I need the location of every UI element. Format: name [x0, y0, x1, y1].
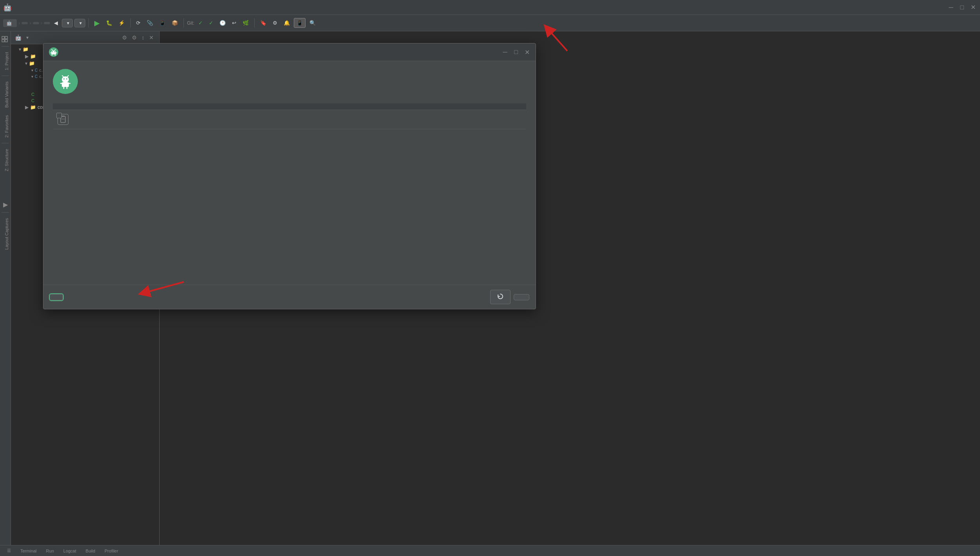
menu-analyze[interactable]: [51, 6, 57, 9]
device-type-icon: [58, 114, 68, 125]
java-folder-icon: 📁: [29, 61, 35, 66]
refresh-btn[interactable]: [490, 290, 511, 304]
menu-view[interactable]: [30, 6, 36, 9]
dialog-maximize-btn[interactable]: □: [512, 48, 520, 56]
menu-build[interactable]: [65, 6, 71, 9]
bottom-tab-run[interactable]: Run: [42, 547, 58, 555]
run-btn[interactable]: ▶: [92, 17, 102, 29]
table-header: [53, 103, 526, 110]
toolbar-separator-3: [183, 18, 184, 28]
svg-point-5: [52, 51, 53, 52]
panel-sync-btn[interactable]: ↕: [140, 34, 146, 42]
left-sidebar: 1: Project Build Variants 2: Favorites Z…: [0, 31, 11, 556]
sdk-dropdown[interactable]: ▾: [74, 19, 85, 27]
dialog-window-buttons: ─ □ ✕: [501, 48, 531, 56]
project-panel-header: 🤖 ▾ ⚙ ⚙ ↕ ✕: [11, 31, 159, 44]
teamwork-activity-icon: C: [31, 98, 34, 103]
settings-btn[interactable]: ⚙: [270, 18, 280, 27]
notifications-btn[interactable]: 🔔: [281, 18, 292, 27]
panel-close-btn[interactable]: ✕: [147, 34, 155, 42]
dialog-close-btn[interactable]: ✕: [523, 48, 531, 56]
avd-manager-dialog: ─ □ ✕: [43, 43, 536, 309]
app-icon: 🤖: [3, 3, 12, 12]
menu-file[interactable]: [16, 6, 22, 9]
create-virtual-device-btn[interactable]: [50, 294, 63, 300]
menu-help[interactable]: [100, 6, 106, 9]
avd-footer: [43, 285, 536, 309]
bottom-tab-logcat[interactable]: Logcat: [59, 547, 80, 555]
menu-code[interactable]: [44, 6, 50, 9]
sidebar-tab-build-variants[interactable]: Build Variants: [0, 78, 11, 111]
sync-btn[interactable]: ⟳: [134, 18, 143, 27]
menu-window[interactable]: [93, 6, 99, 9]
sidebar-divider-2: [2, 76, 9, 76]
git-commit-btn[interactable]: ✓: [196, 18, 205, 27]
resource-manager-tab-icon[interactable]: [0, 34, 9, 44]
java-c2-arrow: ▾: [31, 74, 33, 79]
bottom-tab-1[interactable]: ☰: [3, 547, 15, 555]
bottom-tabs-bar: ☰ Terminal Run Logcat Build Profiler: [0, 545, 980, 556]
sidebar-tab-project[interactable]: 1: Project: [0, 49, 11, 73]
menu-run[interactable]: [72, 6, 78, 9]
svg-point-8: [62, 76, 69, 83]
git-update-btn[interactable]: 🕐: [217, 18, 228, 27]
table-row: ▶ ✏ ▾: [53, 110, 526, 129]
toolbar-separator-2: [130, 18, 131, 28]
avd-manager-btn[interactable]: 📱: [157, 18, 168, 27]
profile-btn[interactable]: ⚡: [116, 18, 127, 27]
bottom-tab-profiler[interactable]: Profiler: [101, 547, 122, 555]
device-manager-toolbar-btn[interactable]: 📱: [294, 18, 306, 28]
dialog-titlebar: ─ □ ✕: [43, 43, 536, 61]
help-btn[interactable]: [514, 294, 529, 300]
svg-point-10: [66, 78, 67, 79]
window-controls: ─ □ ✕: [947, 4, 977, 11]
attach-btn[interactable]: 📎: [144, 18, 155, 27]
svg-point-9: [63, 78, 65, 79]
module-selector[interactable]: [22, 22, 28, 24]
bottom-tab-terminal[interactable]: Terminal: [16, 547, 41, 555]
minimize-window-btn[interactable]: ─: [947, 4, 955, 11]
android-icon: 🤖: [15, 34, 22, 41]
arrow-right-icon: ▶: [25, 54, 29, 59]
avd-header: [53, 69, 526, 94]
menu-vcs[interactable]: [86, 6, 92, 9]
git-branches-btn[interactable]: 🌿: [240, 18, 251, 27]
download-module-selector[interactable]: [33, 22, 39, 24]
svg-rect-1: [5, 36, 7, 39]
sidebar-tab-structure[interactable]: Z: Structure: [0, 146, 11, 174]
bottom-tab-build[interactable]: Build: [82, 547, 99, 555]
android-test-folder-icon: 📁: [30, 105, 36, 110]
panel-gear-btn[interactable]: ⚙: [130, 34, 138, 42]
manifests-folder-icon: 📁: [30, 54, 36, 59]
register-activity-icon: C: [31, 92, 34, 97]
git-push-btn[interactable]: ✓: [207, 18, 216, 27]
menu-refactor[interactable]: [58, 6, 64, 9]
maximize-window-btn[interactable]: □: [958, 4, 966, 11]
toolbar-separator-1: [88, 18, 89, 28]
project-selector[interactable]: 🤖: [3, 19, 17, 27]
device-type-cell: [58, 114, 81, 125]
app-module-dropdown[interactable]: ▾: [62, 19, 73, 27]
dialog-minimize-btn[interactable]: ─: [501, 48, 509, 56]
back-btn[interactable]: ◀: [52, 18, 60, 27]
java-c2-icon: C: [35, 74, 38, 79]
panel-action-buttons: ⚙ ⚙ ↕ ✕: [120, 34, 155, 42]
viewmodel-selector[interactable]: [44, 22, 50, 24]
close-window-btn[interactable]: ✕: [969, 4, 977, 11]
bookmark-btn[interactable]: 🔖: [258, 18, 269, 27]
menu-tools[interactable]: [79, 6, 85, 9]
search-everywhere-btn[interactable]: 🔍: [307, 18, 318, 27]
expand-collapse-btn[interactable]: ▶: [0, 199, 11, 210]
menu-edit[interactable]: [23, 6, 29, 9]
debug-btn[interactable]: 🐛: [104, 18, 115, 27]
android-dropdown-arrow[interactable]: ▾: [26, 35, 29, 40]
sidebar-tab-favorites[interactable]: 2: Favorites: [0, 112, 11, 141]
menu-navigate[interactable]: [37, 6, 43, 9]
sdk-manager-btn[interactable]: 📦: [169, 18, 180, 27]
git-undo-btn[interactable]: ↩: [230, 18, 239, 27]
avd-table: ▶ ✏ ▾: [53, 103, 526, 277]
sidebar-divider-1: [2, 46, 9, 47]
java-arrow-icon: ▾: [25, 61, 27, 66]
panel-cog-btn[interactable]: ⚙: [120, 34, 129, 42]
sidebar-tab-layout-captures[interactable]: Layout Captures: [0, 215, 11, 253]
